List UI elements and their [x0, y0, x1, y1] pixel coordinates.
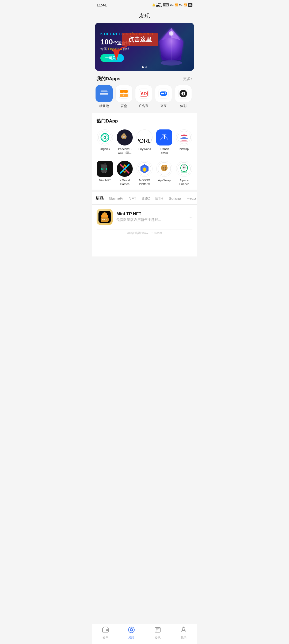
hot-dapp-alpaca[interactable]: AlpacaFinance — [174, 159, 194, 190]
discover-icon — [128, 626, 135, 635]
chevron-right-icon: › — [191, 77, 192, 81]
hot-dapp-xworld[interactable]: X WorldGames — [115, 159, 135, 190]
nav-assets[interactable]: 资产 — [97, 626, 113, 640]
app-name-minttpnft: Mint TP NFT — [116, 212, 185, 216]
svg-text:8: 8 — [182, 92, 184, 95]
svg-point-80 — [105, 215, 108, 217]
app-list: NFT Mint TP NFT 免费限量版农历新年主题钱... ··· — [92, 205, 197, 229]
svg-point-86 — [131, 629, 132, 631]
mobox-icon — [136, 161, 153, 177]
svg-point-87 — [131, 627, 132, 628]
svg-text:G: G — [104, 135, 107, 140]
dapp-label-duobao: 夺宝 — [160, 104, 167, 108]
banner-dot-2 — [145, 66, 147, 68]
dapp-item-ticai[interactable]: 8 体彩 — [175, 85, 192, 108]
svg-rect-83 — [106, 629, 108, 631]
organix-icon: G — [97, 129, 113, 145]
nav-news[interactable]: 资讯 — [150, 626, 166, 640]
tab-nft[interactable]: NFT — [128, 196, 136, 204]
apeswap-icon — [156, 161, 172, 177]
watermark: 318首码网 www.E318.com — [92, 229, 197, 256]
xworld-icon — [117, 161, 133, 177]
hot-dapp-mintnft[interactable]: NFT Mint Mint NFT — [95, 159, 115, 190]
notification-icon: 🔔 — [152, 3, 155, 6]
tab-solana[interactable]: Solana — [169, 196, 181, 204]
status-icons: 🔔 1.90KB/s HD₂ 3G 📶 4G 📶 16 — [152, 2, 192, 7]
dapp-item-blindbox[interactable]: ? 盲盒 — [115, 85, 132, 108]
hot-dapps-header: 热门DApp — [92, 113, 197, 127]
svg-point-93 — [182, 627, 185, 630]
hot-dapp-pancake[interactable]: 🐰 PancakeSwap（薄... — [115, 127, 135, 159]
svg-rect-90 — [156, 630, 158, 630]
news-icon — [154, 626, 161, 635]
tab-heco[interactable]: Heco — [187, 196, 196, 204]
page-title: 发现 — [92, 9, 197, 23]
svg-rect-8 — [100, 93, 108, 94]
3g-icon: 3G — [170, 3, 173, 6]
dapp-item-tangjangchi[interactable]: 糖浆池 — [96, 85, 113, 108]
hot-dapp-apeswap[interactable]: ApeSwap — [154, 159, 174, 190]
svg-text:Mint: Mint — [102, 171, 107, 174]
mintnft-icon: NFT Mint — [97, 161, 113, 177]
dapp-label-blindbox: 盲盒 — [121, 104, 127, 108]
hot-dapp-organix[interactable]: G Organix — [95, 127, 115, 159]
hot-dapp-transit[interactable]: T TransitSwap — [154, 127, 174, 159]
svg-rect-11 — [101, 90, 107, 91]
banner-dot-1 — [142, 66, 144, 68]
svg-rect-75 — [181, 171, 187, 173]
hot-dapp-tinyworld[interactable]: 🌍 TINYWORLD TinyWorld — [135, 127, 154, 159]
banner-dots — [142, 66, 147, 68]
svg-point-66 — [162, 165, 163, 168]
app-more-icon[interactable]: ··· — [188, 214, 192, 220]
tab-eth[interactable]: ETH — [155, 196, 163, 204]
svg-point-94 — [183, 627, 184, 627]
dapp-item-duobao[interactable]: + 夺宝 — [155, 85, 172, 108]
svg-text:?: ? — [123, 92, 125, 97]
svg-point-72 — [184, 167, 185, 168]
my-dapps-header: 我的DApps 更多 › — [92, 71, 197, 85]
nav-profile[interactable]: 我的 — [176, 626, 192, 640]
hot-label-organix: Organix — [100, 147, 110, 151]
hot-label-pancake: PancakeSwap（薄... — [118, 147, 131, 155]
dapp-label-ticai: 体彩 — [180, 104, 187, 108]
svg-text:NFT: NFT — [101, 167, 108, 171]
app-list-item-minttpnft[interactable]: NFT Mint TP NFT 免费限量版农历新年主题钱... ··· — [97, 205, 192, 229]
nav-discover-label: 发现 — [128, 636, 134, 640]
nav-discover[interactable]: 发现 — [123, 626, 139, 640]
hot-label-alpaca: AlpacaFinance — [179, 178, 189, 186]
banner[interactable]: 5 DEGREES × TiNY WORLD 100个宝合约 专属 TinyWo… — [95, 23, 194, 71]
my-dapps-grid: 糖浆池 ? 盲盒 AD 广告宝 — [92, 85, 197, 110]
svg-rect-24 — [165, 92, 166, 94]
signal-bars: 📶 — [175, 3, 178, 6]
svg-text:🐰: 🐰 — [123, 136, 125, 138]
hot-dapp-mobox[interactable]: MOBOXPlatform — [135, 159, 154, 190]
dapp-icon-ad: AD — [135, 85, 152, 102]
hot-label-mintnft: Mint NFT — [99, 178, 111, 182]
hot-dapp-biswap[interactable]: biswap — [174, 127, 194, 159]
tinyworld-icon: 🌍 TINYWORLD — [136, 129, 153, 145]
alpaca-icon — [176, 161, 192, 177]
my-dapps-more[interactable]: 更多 › — [183, 76, 192, 81]
hd-icon: HD₂ — [163, 3, 169, 6]
hot-label-tinyworld: TinyWorld — [138, 147, 151, 151]
tab-bsc[interactable]: BSC — [142, 196, 150, 204]
status-time: 11:41 — [97, 3, 107, 7]
bottom-nav: 资产 发现 资讯 — [92, 624, 197, 644]
dapp-item-adbao[interactable]: AD 广告宝 — [135, 85, 152, 108]
signal-bars-2: 📶 — [184, 3, 187, 6]
nav-news-label: 资讯 — [155, 636, 161, 640]
dapp-icon-8ball: 8 — [175, 85, 192, 102]
svg-point-21 — [161, 93, 163, 94]
dapp-label-adbao: 广告宝 — [139, 104, 149, 108]
hot-label-xworld: X WorldGames — [120, 178, 130, 186]
svg-point-67 — [165, 165, 167, 168]
tab-gamefi[interactable]: GameFi — [109, 196, 123, 204]
nav-profile-label: 我的 — [181, 636, 187, 640]
tab-xinpin[interactable]: 新品 — [96, 196, 104, 204]
tabs-bar: 新品 GameFi NFT BSC ETH Solana Heco — [92, 192, 197, 205]
svg-point-74 — [184, 164, 185, 167]
svg-text:NFT: NFT — [102, 218, 107, 221]
hot-dapps-title: 热门DApp — [97, 118, 118, 124]
app-desc-minttpnft: 免费限量版农历新年主题钱... — [116, 217, 185, 222]
wallet-icon — [102, 626, 109, 635]
